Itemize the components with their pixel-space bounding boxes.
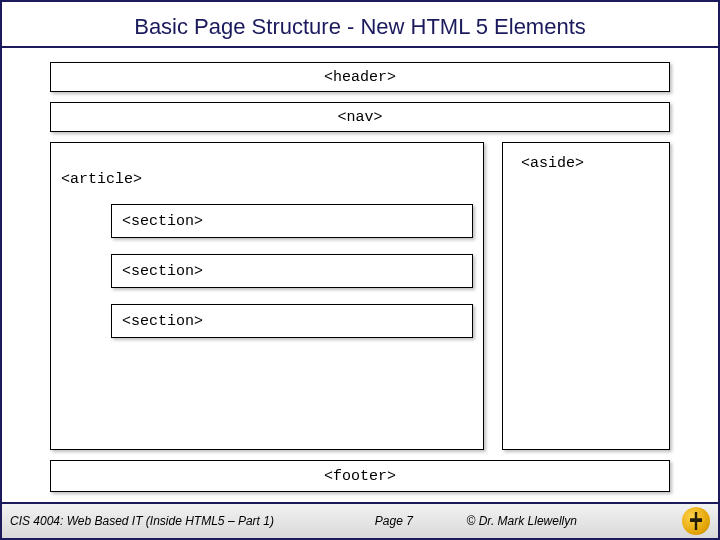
sections-container: <section> <section> <section>: [51, 194, 483, 348]
slide: Basic Page Structure - New HTML 5 Elemen…: [0, 0, 720, 540]
nav-element-box: <nav>: [50, 102, 670, 132]
footer-element-box: <footer>: [50, 460, 670, 492]
footer-page: Page 7: [321, 514, 466, 528]
page-title: Basic Page Structure - New HTML 5 Elemen…: [2, 2, 718, 48]
middle-row: <article> <section> <section> <section> …: [50, 142, 670, 450]
article-element-box: <article> <section> <section> <section>: [50, 142, 484, 450]
diagram-body: <header> <nav> <article> <section> <sect…: [2, 48, 718, 502]
footer-author: © Dr. Mark Llewellyn: [467, 514, 675, 528]
slide-footer: CIS 4004: Web Based IT (Inside HTML5 – P…: [2, 502, 718, 538]
article-label: <article>: [51, 143, 483, 188]
aside-element-box: <aside>: [502, 142, 670, 450]
footer-course: CIS 4004: Web Based IT (Inside HTML5 – P…: [10, 514, 321, 528]
header-element-box: <header>: [50, 62, 670, 92]
section-element-box: <section>: [111, 204, 473, 238]
ucf-logo-icon: [682, 507, 710, 535]
section-element-box: <section>: [111, 304, 473, 338]
section-element-box: <section>: [111, 254, 473, 288]
